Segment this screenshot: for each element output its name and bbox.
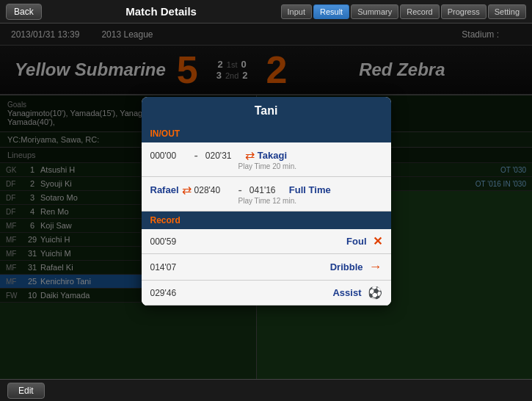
record-time-1: 000'59 (150, 236, 194, 247)
page-title: Match Details (42, 5, 281, 18)
modal-overlay[interactable]: Tani IN/OUT 000'00 - 020'31 ⇄ Takagi Pla… (0, 24, 532, 379)
inout-time1-1: 000'00 (150, 151, 187, 161)
tab-result[interactable]: Result (313, 4, 349, 19)
edit-button[interactable]: Edit (7, 383, 45, 399)
tab-record[interactable]: Record (400, 4, 439, 19)
inout-row-2: Rafael ⇄ 028'40 - 041'16 Full Time Play … (142, 177, 391, 212)
tab-input[interactable]: Input (281, 4, 312, 19)
record-type-3: Assist (194, 287, 362, 298)
inout-subtext-1: Play Time 20 min. (150, 162, 296, 170)
record-type-2: Dribble (194, 261, 363, 272)
dribble-icon: → (369, 259, 382, 275)
record-time-3: 029'46 (150, 288, 194, 298)
inout-fulltime: Full Time (289, 184, 331, 195)
tani-modal: Tani IN/OUT 000'00 - 020'31 ⇄ Takagi Pla… (142, 97, 391, 306)
inout-time2-2: 041'16 (249, 185, 286, 195)
header-tabs: Input Result Summary Record Progress Set… (281, 4, 526, 19)
inout-section-title: IN/OUT (142, 125, 391, 142)
inout-time1-2: 028'40 (194, 185, 231, 195)
record-row-3: 029'46 Assist ⚽ (142, 281, 391, 306)
tab-progress[interactable]: Progress (441, 4, 487, 19)
inout-player-1: Takagi (258, 150, 287, 161)
back-button[interactable]: Back (6, 4, 42, 20)
record-row-1: 000'59 Foul ✕ (142, 229, 391, 254)
footer-bar: Edit (0, 379, 532, 401)
record-section-title: Record (142, 212, 391, 229)
tab-setting[interactable]: Setting (488, 4, 526, 19)
inout-time2-1: 020'31 (205, 151, 242, 161)
modal-title: Tani (142, 97, 391, 125)
header: Back Match Details Input Result Summary … (0, 0, 532, 24)
record-type-1: Foul (194, 236, 367, 247)
record-time-2: 014'07 (150, 262, 194, 272)
modal-body: 000'00 - 020'31 ⇄ Takagi Play Time 20 mi… (142, 142, 391, 306)
inout-left-player: Rafael (150, 184, 179, 195)
inout-row-1: 000'00 - 020'31 ⇄ Takagi Play Time 20 mi… (142, 142, 391, 177)
inout-subtext-2: Play Time 12 min. (150, 197, 296, 205)
tab-summary[interactable]: Summary (351, 4, 398, 19)
record-row-2: 014'07 Dribble → (142, 254, 391, 281)
assist-icon: ⚽ (368, 286, 382, 300)
foul-icon: ✕ (373, 234, 382, 248)
